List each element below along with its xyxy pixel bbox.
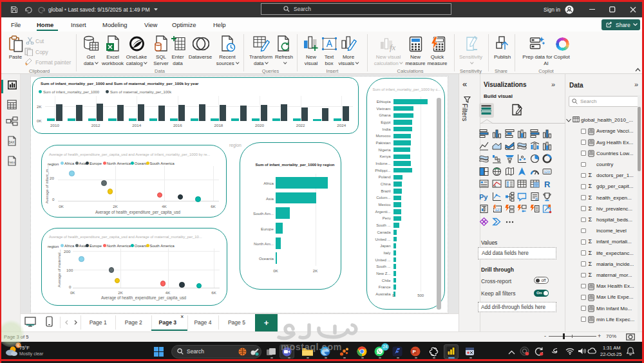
svg-text:DAX: DAX (8, 141, 14, 144)
svg-text:Py: Py (479, 193, 488, 201)
svg-text:123: 123 (495, 208, 502, 212)
svg-text:R: R (544, 180, 551, 189)
svg-text:24: 24 (383, 344, 388, 349)
svg-text:123: 123 (544, 170, 550, 174)
svg-text:P: P (413, 349, 417, 355)
svg-text:a: a (535, 196, 538, 201)
svg-text:fx: fx (390, 42, 396, 52)
svg-text:TMDL: TMDL (8, 161, 16, 164)
